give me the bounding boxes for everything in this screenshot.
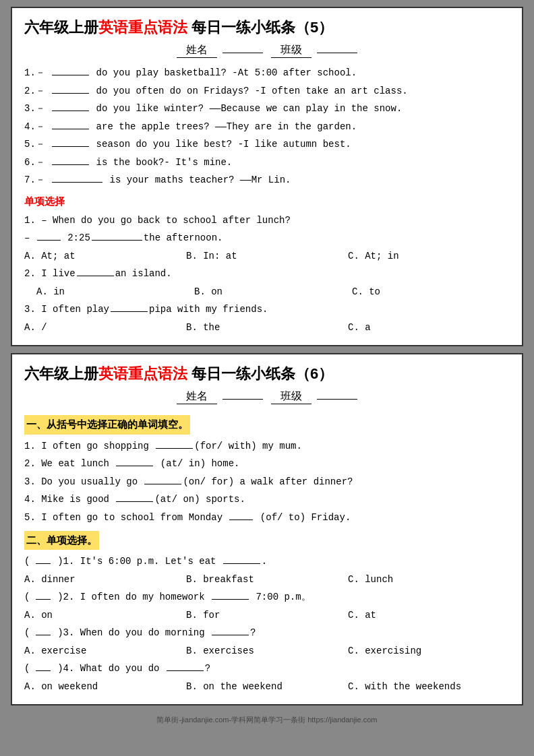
card-1: 六年级上册英语重点语法 每日一练小纸条（5） 姓名 班级 1.－ do you … (11, 7, 523, 346)
mc1-q: 1. – When do you go back to school after… (24, 212, 510, 229)
q7: 7.－ is your maths teacher? ——Mr Lin. (24, 172, 510, 189)
card-1-content: 1.－ do you play basketball? -At 5:00 aft… (24, 65, 510, 336)
mc2-choices: A. in B. on C. to (24, 284, 510, 301)
card-2-name-line: 姓名 班级 (24, 389, 510, 404)
q3: 3.－ do you like winter? ——Because we can… (24, 100, 510, 117)
fill1: 1. I often go shopping (for/ with) my mu… (24, 438, 510, 455)
mc2-1-choices: A. dinner B. breakfast C. lunch (24, 571, 510, 588)
q6: 6.－ is the book?- It's mine. (24, 154, 510, 171)
mc3-q: 3. I often playpipa with my friends. (24, 301, 510, 318)
q2: 2.－ do you often do on Fridays? -I often… (24, 83, 510, 100)
mc2-3-q: ( )3. When do you do morning ? (24, 625, 510, 641)
mc2-3-choices: A. exercise B. exercises C. exercising (24, 643, 510, 660)
mc2-4-choices: A. on weekend B. on the weekend C. with … (24, 679, 510, 695)
card-1-name-line: 姓名 班级 (24, 43, 510, 58)
card-1-title: 六年级上册英语重点语法 每日一练小纸条（5） (24, 18, 510, 38)
card-2-section1-label: 一、从括号中选择正确的单词填空。 (24, 415, 190, 434)
footer: 简单街-jiandanjie.com-学科网简单学习一条街 https://ji… (156, 715, 377, 725)
fill5: 5. I often go to school from Monday (of/… (24, 509, 510, 526)
mc3-choices: A. / B. the C. a (24, 319, 510, 336)
q5: 5.－ season do you like best? -I like aut… (24, 136, 510, 153)
mc2-q: 2. I livean island. (24, 265, 510, 282)
mc2-1-q: ( )1. It's 6:00 p.m. Let's eat . (24, 553, 510, 570)
card-1-section-label: 单项选择 (24, 193, 510, 210)
fill4: 4. Mike is good (at/ on) sports. (24, 491, 510, 508)
card-2-title: 六年级上册英语重点语法 每日一练小纸条（6） (24, 364, 510, 384)
fill2: 2. We eat lunch (at/ in) home. (24, 455, 510, 472)
fill3: 3. Do you usually go (on/ for) a walk af… (24, 474, 510, 491)
q4: 4.－ are the apple trees? ——They are in t… (24, 119, 510, 135)
card-2-content: 一、从括号中选择正确的单词填空。 1. I often go shopping … (24, 411, 510, 695)
mc2-4-q: ( )4. What do you do ? (24, 660, 510, 677)
mc2-2-q: ( )2. I often do my homework 7:00 p.m。 (24, 589, 510, 606)
q1: 1.－ do you play basketball? -At 5:00 aft… (24, 65, 510, 82)
mc2-2-choices: A. on B. for C. at (24, 607, 510, 624)
card-2-section2-label: 二、单项选择。 (24, 531, 99, 550)
mc1-choices: A. At; at B. In: at C. At; in (24, 248, 510, 265)
card-2: 六年级上册英语重点语法 每日一练小纸条（6） 姓名 班级 一、从括号中选择正确的… (11, 353, 523, 705)
mc1-q2: – 2:25the afternoon. (24, 230, 510, 247)
